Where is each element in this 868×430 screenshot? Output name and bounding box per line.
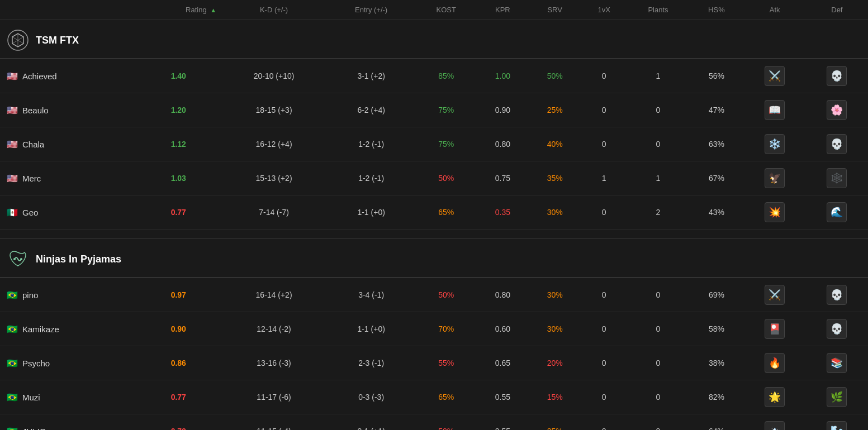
- col-header-kd[interactable]: K-D (+/-): [221, 0, 327, 20]
- player-atk-agent: ⚔️: [744, 59, 806, 93]
- player-srv: 40%: [529, 127, 581, 161]
- player-entry: 1-1 (+0): [327, 195, 415, 230]
- player-def-agent: 💀: [806, 59, 868, 93]
- player-kpr: 0.80: [477, 278, 528, 312]
- player-name-cell-4: 🇲🇽 Geo: [0, 195, 136, 230]
- col-header-entry[interactable]: Entry (+/-): [327, 0, 415, 20]
- col-header-kpr[interactable]: KPR: [477, 0, 528, 20]
- def-agent-cell: 🕸️: [810, 168, 864, 188]
- atk-agent-icon: 📖: [765, 100, 785, 120]
- player-name-cell-1: 🇧🇷 Kamikaze: [0, 312, 136, 346]
- def-agent-icon: 💀: [827, 66, 847, 86]
- player-plants: 1: [627, 59, 689, 93]
- player-plants: 0: [627, 414, 689, 431]
- table-row[interactable]: 🇲🇽 Geo 0.777-14 (-7)1-1 (+0)65%0.3530%02…: [0, 195, 868, 230]
- player-entry: 1-2 (-1): [327, 127, 415, 161]
- player-hs: 58%: [689, 312, 743, 346]
- player-entry: 2-3 (-1): [327, 346, 415, 380]
- rating-value: 0.77: [171, 393, 186, 402]
- table-row[interactable]: 🇧🇷 JULIO 0.7211-15 (-4)2-1 (+1)50%0.5525…: [0, 414, 868, 431]
- table-row[interactable]: 🇺🇸 Achieved 1.4020-10 (+10)3-1 (+2)85%1.…: [0, 59, 868, 93]
- def-agent-cell: 💀: [810, 319, 864, 339]
- sort-arrow-icon: ▲: [210, 7, 216, 13]
- atk-agent-cell: ⚔️: [748, 285, 801, 305]
- col-header-atk[interactable]: Atk: [744, 0, 806, 20]
- player-flag: 🇧🇷: [7, 358, 18, 369]
- col-header-kost[interactable]: KOST: [415, 0, 477, 20]
- player-kpr: 0.55: [477, 414, 528, 431]
- player-hs: 43%: [689, 195, 743, 230]
- table-row[interactable]: 🇺🇸 Merc 1.0315-13 (+2)1-2 (-1)50%0.7535%…: [0, 161, 868, 195]
- kpr-value: 0.60: [495, 324, 510, 333]
- def-agent-cell: 🌊: [810, 202, 864, 222]
- atk-agent-icon: 🏔️: [765, 421, 785, 430]
- player-name-wrapper: 🇺🇸 Achieved: [7, 71, 131, 82]
- player-entry: 3-1 (+2): [327, 59, 415, 93]
- player-atk-agent: 🎴: [744, 312, 806, 346]
- player-flag: 🇺🇸: [7, 105, 18, 116]
- def-agent-icon: 📚: [827, 353, 847, 373]
- player-name-text: Geo: [22, 208, 38, 217]
- player-kost: 70%: [415, 312, 477, 346]
- col-header-1vx[interactable]: 1vX: [581, 0, 627, 20]
- player-flag: 🇺🇸: [7, 71, 18, 82]
- srv-value: 25%: [547, 427, 563, 430]
- rating-value: 0.97: [171, 290, 186, 299]
- player-name-text: Kamikaze: [22, 324, 59, 334]
- team-header-content: Ninjas In Pyjamas: [7, 248, 861, 270]
- atk-agent-cell: 🦅: [748, 168, 801, 188]
- table-row[interactable]: 🇺🇸 Chala 1.1216-12 (+4)1-2 (-1)75%0.8040…: [0, 127, 868, 161]
- player-entry: 6-2 (+4): [327, 93, 415, 127]
- player-1vx: 0: [581, 380, 627, 414]
- player-name-text: JULIO: [22, 427, 46, 431]
- player-name-wrapper: 🇺🇸 Chala: [7, 139, 131, 150]
- player-rating: 1.20: [136, 93, 221, 127]
- player-kost: 65%: [415, 380, 477, 414]
- team-logo-nip: [7, 248, 29, 270]
- kpr-value: 0.55: [495, 427, 510, 430]
- table-row[interactable]: 🇧🇷 Psycho 0.8613-16 (-3)2-3 (-1)55%0.652…: [0, 346, 868, 380]
- atk-agent-cell: 🏔️: [748, 421, 801, 430]
- player-def-agent: 💀: [806, 312, 868, 346]
- player-rating: 1.40: [136, 59, 221, 93]
- def-agent-icon: 🌸: [827, 100, 847, 120]
- player-srv: 25%: [529, 93, 581, 127]
- rating-value: 1.20: [171, 106, 186, 114]
- player-name-text: Beaulo: [22, 106, 49, 115]
- player-kost: 75%: [415, 127, 477, 161]
- rating-label: Rating: [186, 6, 207, 14]
- col-header-plants[interactable]: Plants: [627, 0, 689, 20]
- table-row[interactable]: 🇧🇷 Kamikaze 0.9012-14 (-2)1-1 (+0)70%0.6…: [0, 312, 868, 346]
- col-header-def[interactable]: Def: [806, 0, 868, 20]
- player-rating: 0.77: [136, 195, 221, 230]
- col-header-hs[interactable]: HS%: [689, 0, 743, 20]
- player-kpr: 1.00: [477, 59, 528, 93]
- player-name-cell-1: 🇺🇸 Beaulo: [0, 93, 136, 127]
- player-kpr: 0.80: [477, 127, 528, 161]
- team-header-1: Ninjas In Pyjamas: [0, 239, 868, 278]
- kost-value: 65%: [438, 393, 454, 402]
- player-plants: 0: [627, 380, 689, 414]
- player-kpr: 0.90: [477, 93, 528, 127]
- player-rating: 0.77: [136, 380, 221, 414]
- player-kost: 55%: [415, 346, 477, 380]
- table-body: TSM FTX 🇺🇸 Achieved 1.4020-10 (+10)3-1 (…: [0, 20, 868, 431]
- player-rating: 0.90: [136, 312, 221, 346]
- kost-value: 50%: [438, 427, 454, 430]
- kost-value: 85%: [438, 71, 454, 80]
- player-def-agent: 🌿: [806, 380, 868, 414]
- col-header-rating[interactable]: Rating ▲: [136, 0, 221, 20]
- col-header-srv[interactable]: SRV: [529, 0, 581, 20]
- table-row[interactable]: 🇧🇷 Muzi 0.7711-17 (-6)0-3 (-3)65%0.5515%…: [0, 380, 868, 414]
- player-kost: 75%: [415, 93, 477, 127]
- atk-agent-icon: 🦅: [765, 168, 785, 188]
- player-name-wrapper: 🇲🇽 Geo: [7, 207, 131, 218]
- table-row[interactable]: 🇺🇸 Beaulo 1.2018-15 (+3)6-2 (+4)75%0.902…: [0, 93, 868, 127]
- player-flag: 🇺🇸: [7, 139, 18, 150]
- kpr-value: 0.65: [495, 359, 510, 367]
- table-row[interactable]: 🇧🇷 pino 0.9716-14 (+2)3-4 (-1)50%0.8030%…: [0, 278, 868, 312]
- team-header-0: TSM FTX: [0, 20, 868, 59]
- player-srv: 25%: [529, 414, 581, 431]
- player-plants: 1: [627, 161, 689, 195]
- team-header-cell-1: Ninjas In Pyjamas: [0, 239, 868, 278]
